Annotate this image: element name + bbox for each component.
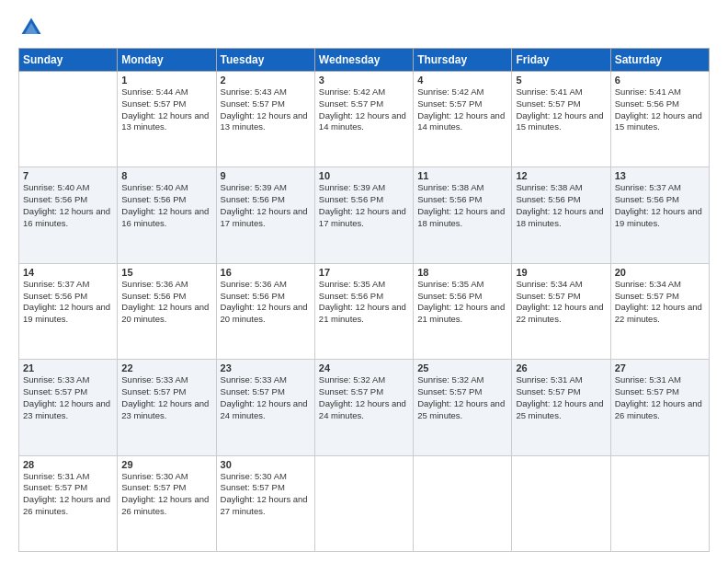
calendar-row: 14Sunrise: 5:37 AMSunset: 5:56 PMDayligh… xyxy=(19,263,710,359)
day-number: 25 xyxy=(417,362,507,373)
calendar-cell: 6Sunrise: 5:41 AMSunset: 5:56 PMDaylight… xyxy=(610,72,709,167)
day-info: Sunrise: 5:37 AMSunset: 5:56 PMDaylight:… xyxy=(615,182,702,227)
calendar-cell: 18Sunrise: 5:35 AMSunset: 5:56 PMDayligh… xyxy=(414,263,512,359)
day-info: Sunrise: 5:33 AMSunset: 5:57 PMDaylight:… xyxy=(23,374,110,419)
day-number: 19 xyxy=(516,267,606,278)
day-number: 4 xyxy=(417,75,507,86)
day-number: 27 xyxy=(615,362,705,373)
calendar-cell: 27Sunrise: 5:31 AMSunset: 5:57 PMDayligh… xyxy=(610,360,709,455)
logo-icon xyxy=(18,15,44,40)
calendar-cell: 12Sunrise: 5:38 AMSunset: 5:56 PMDayligh… xyxy=(512,167,610,263)
day-info: Sunrise: 5:36 AMSunset: 5:56 PMDaylight:… xyxy=(121,279,209,324)
day-number: 13 xyxy=(615,170,705,181)
calendar-cell: 30Sunrise: 5:30 AMSunset: 5:57 PMDayligh… xyxy=(216,455,314,551)
day-info: Sunrise: 5:44 AMSunset: 5:57 PMDaylight:… xyxy=(121,86,209,132)
day-number: 11 xyxy=(417,170,507,181)
day-number: 22 xyxy=(121,362,211,373)
day-info: Sunrise: 5:31 AMSunset: 5:57 PMDaylight:… xyxy=(516,374,603,419)
weekday-header-cell: Monday xyxy=(118,49,216,72)
day-number: 26 xyxy=(516,362,606,373)
calendar-cell: 28Sunrise: 5:31 AMSunset: 5:57 PMDayligh… xyxy=(19,455,118,551)
calendar-cell: 16Sunrise: 5:36 AMSunset: 5:56 PMDayligh… xyxy=(216,263,314,359)
day-number: 20 xyxy=(615,267,705,278)
header xyxy=(18,15,710,40)
day-info: Sunrise: 5:40 AMSunset: 5:56 PMDaylight:… xyxy=(23,182,110,227)
day-info: Sunrise: 5:39 AMSunset: 5:56 PMDaylight:… xyxy=(221,182,308,227)
day-number: 16 xyxy=(221,267,311,278)
day-number: 2 xyxy=(221,75,311,86)
day-info: Sunrise: 5:33 AMSunset: 5:57 PMDaylight:… xyxy=(121,374,209,419)
calendar-row: 28Sunrise: 5:31 AMSunset: 5:57 PMDayligh… xyxy=(19,455,710,551)
calendar-cell: 25Sunrise: 5:32 AMSunset: 5:57 PMDayligh… xyxy=(414,360,512,455)
day-info: Sunrise: 5:41 AMSunset: 5:56 PMDaylight:… xyxy=(615,86,702,132)
day-number: 28 xyxy=(23,459,113,470)
calendar-cell: 22Sunrise: 5:33 AMSunset: 5:57 PMDayligh… xyxy=(118,360,216,455)
calendar-cell: 7Sunrise: 5:40 AMSunset: 5:56 PMDaylight… xyxy=(19,167,118,263)
day-number: 10 xyxy=(319,170,409,181)
calendar-cell: 21Sunrise: 5:33 AMSunset: 5:57 PMDayligh… xyxy=(19,360,118,455)
day-info: Sunrise: 5:42 AMSunset: 5:57 PMDaylight:… xyxy=(319,86,406,132)
day-number: 29 xyxy=(121,459,211,470)
calendar-row: 21Sunrise: 5:33 AMSunset: 5:57 PMDayligh… xyxy=(19,360,710,455)
calendar-row: 7Sunrise: 5:40 AMSunset: 5:56 PMDaylight… xyxy=(19,167,710,263)
day-info: Sunrise: 5:38 AMSunset: 5:56 PMDaylight:… xyxy=(417,182,505,227)
day-info: Sunrise: 5:36 AMSunset: 5:56 PMDaylight:… xyxy=(221,279,308,324)
weekday-header-cell: Thursday xyxy=(414,49,512,72)
day-info: Sunrise: 5:40 AMSunset: 5:56 PMDaylight:… xyxy=(121,182,209,227)
weekday-header-cell: Tuesday xyxy=(216,49,314,72)
calendar-cell: 23Sunrise: 5:33 AMSunset: 5:57 PMDayligh… xyxy=(216,360,314,455)
calendar-cell: 13Sunrise: 5:37 AMSunset: 5:56 PMDayligh… xyxy=(610,167,709,263)
day-info: Sunrise: 5:32 AMSunset: 5:57 PMDaylight:… xyxy=(417,374,505,419)
calendar-cell xyxy=(414,455,512,551)
day-number: 8 xyxy=(121,170,211,181)
day-number: 24 xyxy=(319,362,409,373)
day-info: Sunrise: 5:32 AMSunset: 5:57 PMDaylight:… xyxy=(319,374,406,419)
weekday-header-cell: Wednesday xyxy=(314,49,413,72)
calendar-table: SundayMondayTuesdayWednesdayThursdayFrid… xyxy=(18,48,710,552)
day-info: Sunrise: 5:35 AMSunset: 5:56 PMDaylight:… xyxy=(319,279,406,324)
day-number: 23 xyxy=(221,362,311,373)
calendar-cell: 15Sunrise: 5:36 AMSunset: 5:56 PMDayligh… xyxy=(118,263,216,359)
calendar-cell: 2Sunrise: 5:43 AMSunset: 5:57 PMDaylight… xyxy=(216,72,314,167)
day-number: 6 xyxy=(615,75,705,86)
day-info: Sunrise: 5:37 AMSunset: 5:56 PMDaylight:… xyxy=(23,279,110,324)
calendar-cell: 4Sunrise: 5:42 AMSunset: 5:57 PMDaylight… xyxy=(414,72,512,167)
day-number: 30 xyxy=(221,459,311,470)
day-number: 14 xyxy=(23,267,113,278)
day-number: 9 xyxy=(221,170,311,181)
day-info: Sunrise: 5:34 AMSunset: 5:57 PMDaylight:… xyxy=(516,279,603,324)
day-number: 7 xyxy=(23,170,113,181)
calendar-cell: 11Sunrise: 5:38 AMSunset: 5:56 PMDayligh… xyxy=(414,167,512,263)
day-info: Sunrise: 5:43 AMSunset: 5:57 PMDaylight:… xyxy=(221,86,308,132)
calendar-cell: 29Sunrise: 5:30 AMSunset: 5:57 PMDayligh… xyxy=(118,455,216,551)
day-number: 1 xyxy=(121,75,211,86)
day-info: Sunrise: 5:38 AMSunset: 5:56 PMDaylight:… xyxy=(516,182,603,227)
day-number: 5 xyxy=(516,75,606,86)
day-info: Sunrise: 5:34 AMSunset: 5:57 PMDaylight:… xyxy=(615,279,702,324)
day-info: Sunrise: 5:30 AMSunset: 5:57 PMDaylight:… xyxy=(121,471,209,516)
calendar-cell xyxy=(314,455,413,551)
calendar-cell xyxy=(19,72,118,167)
logo xyxy=(18,15,46,40)
day-number: 21 xyxy=(23,362,113,373)
page: SundayMondayTuesdayWednesdayThursdayFrid… xyxy=(0,0,728,563)
calendar-cell: 20Sunrise: 5:34 AMSunset: 5:57 PMDayligh… xyxy=(610,263,709,359)
day-number: 15 xyxy=(121,267,211,278)
calendar-row: 1Sunrise: 5:44 AMSunset: 5:57 PMDaylight… xyxy=(19,72,710,167)
calendar-cell: 1Sunrise: 5:44 AMSunset: 5:57 PMDaylight… xyxy=(118,72,216,167)
calendar-cell: 17Sunrise: 5:35 AMSunset: 5:56 PMDayligh… xyxy=(314,263,413,359)
day-info: Sunrise: 5:41 AMSunset: 5:57 PMDaylight:… xyxy=(516,86,603,132)
day-info: Sunrise: 5:30 AMSunset: 5:57 PMDaylight:… xyxy=(221,471,308,516)
calendar-cell xyxy=(610,455,709,551)
day-info: Sunrise: 5:39 AMSunset: 5:56 PMDaylight:… xyxy=(319,182,406,227)
weekday-header: SundayMondayTuesdayWednesdayThursdayFrid… xyxy=(19,49,710,72)
weekday-header-cell: Saturday xyxy=(610,49,709,72)
calendar-cell xyxy=(512,455,610,551)
calendar-cell: 8Sunrise: 5:40 AMSunset: 5:56 PMDaylight… xyxy=(118,167,216,263)
calendar-cell: 14Sunrise: 5:37 AMSunset: 5:56 PMDayligh… xyxy=(19,263,118,359)
day-info: Sunrise: 5:31 AMSunset: 5:57 PMDaylight:… xyxy=(23,471,110,516)
day-number: 3 xyxy=(319,75,409,86)
day-info: Sunrise: 5:42 AMSunset: 5:57 PMDaylight:… xyxy=(417,86,505,132)
calendar-cell: 24Sunrise: 5:32 AMSunset: 5:57 PMDayligh… xyxy=(314,360,413,455)
calendar-body: 1Sunrise: 5:44 AMSunset: 5:57 PMDaylight… xyxy=(19,72,710,552)
